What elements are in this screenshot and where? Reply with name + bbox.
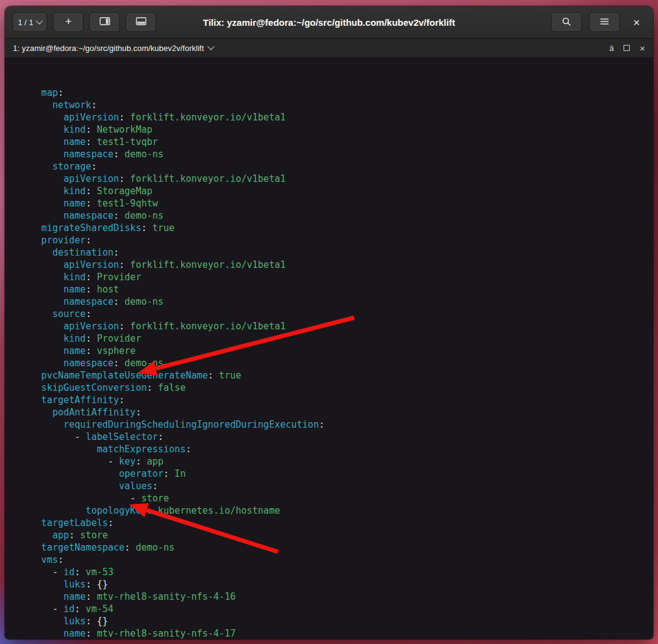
terminal-text-segment: test1-tvqbr (91, 136, 157, 147)
search-icon (561, 17, 571, 28)
terminal-line: apiVersion: forklift.konveyor.io/v1beta1 (19, 259, 653, 271)
terminal-text-segment: targetLabels (19, 517, 108, 528)
terminal-text-segment: provider (19, 235, 85, 246)
terminal-line: luks: {} (19, 578, 653, 591)
terminal-text-segment: demo-ns (119, 358, 164, 369)
terminal-text-segment: source (19, 308, 85, 320)
sync-input-icon[interactable]: ā (609, 44, 614, 52)
terminal-line: map: (19, 87, 653, 99)
terminal-text-segment: name (19, 345, 85, 356)
titlebar: Tilix: yzamir@fedora:~/go/src/github.com… (5, 6, 653, 39)
terminal-text-segment: kind (19, 124, 85, 135)
terminal-text-segment: : (319, 419, 325, 430)
terminal-text-segment: Provider (91, 272, 141, 283)
menu-button[interactable] (589, 12, 620, 32)
terminal-text-segment: - (19, 493, 141, 504)
terminal-text-segment: : (153, 481, 158, 492)
terminal-text-segment: forklift.konveyor.io/v1beta1 (125, 173, 286, 184)
terminal-text-segment: id (63, 567, 74, 578)
terminal-text-segment: : (147, 382, 153, 393)
chevron-down-icon (36, 17, 43, 24)
terminal-line: apiVersion: forklift.konveyor.io/v1beta1 (19, 173, 653, 185)
terminal-text-segment: requiredDuringSchedulingIgnoredDuringExe… (19, 419, 319, 430)
terminal-line: provider: (19, 234, 653, 246)
terminal-line: destination: (19, 246, 653, 259)
terminal-text-segment: : (119, 259, 125, 270)
terminal-text-segment: : (69, 530, 74, 541)
terminal-text-segment: forklift.konveyor.io/v1beta1 (125, 321, 286, 332)
terminal-title-dropdown[interactable]: 1: yzamir@fedora:~/go/src/github.com/kub… (13, 44, 213, 53)
terminal-line: - id: vm-54 (19, 603, 653, 615)
terminal-text-segment: name (19, 136, 85, 147)
terminal-text-segment: apiVersion (19, 112, 119, 123)
terminal-text-segment: demo-ns (130, 542, 175, 553)
terminal-text-segment: kind (19, 186, 85, 197)
terminal-line: vms: (19, 554, 653, 566)
terminal-text-segment: : (85, 235, 91, 246)
terminal-text-segment: namespace (19, 210, 114, 221)
terminal-controls: ā × (609, 44, 645, 53)
terminal-line: topologyKey: kubernetes.io/hostname (19, 505, 653, 517)
terminal-line: podAntiAffinity: (19, 406, 653, 418)
terminal-line: name: mtv-rhel8-sanity-nfs-4-17 (19, 627, 653, 639)
terminal-text-segment: values (19, 481, 153, 492)
session-pager-dropdown[interactable]: 1 / 1 (12, 12, 47, 32)
terminal-line: kind: StorageMap (19, 185, 653, 197)
terminal-text-segment: storage (19, 161, 91, 172)
session-tabbar: 1: yzamir@fedora:~/go/src/github.com/kub… (5, 39, 653, 58)
terminal-text-segment: migrateSharedDisks (19, 222, 141, 234)
terminal-text-segment: : (158, 431, 164, 442)
terminal-text-segment: name (19, 628, 85, 639)
terminal-text-segment: In (169, 468, 186, 479)
new-terminal-down-button[interactable] (125, 12, 156, 32)
terminal-line: migrateSharedDisks: true (19, 222, 653, 234)
terminal-text-segment: app (19, 530, 69, 541)
split-right-icon (100, 17, 110, 27)
terminal-line: namespace: demo-ns (19, 148, 653, 160)
terminal-text-segment: : (208, 370, 213, 381)
terminal-text-segment: {} (91, 579, 108, 590)
terminal-text-segment: : (136, 407, 141, 418)
terminal-text-segment: kind (19, 333, 85, 344)
tilix-window: Tilix: yzamir@fedora:~/go/src/github.com… (5, 6, 653, 639)
terminal-text-segment: demo-ns (119, 210, 164, 221)
terminal-text-segment: test1-9qhtw (91, 198, 157, 209)
terminal-text-segment: : (147, 505, 153, 516)
new-session-button[interactable]: + (53, 12, 84, 32)
terminal-text-segment: apiVersion (19, 173, 119, 184)
maximize-terminal-icon[interactable] (624, 45, 630, 51)
terminal-text-segment: vm-53 (80, 567, 113, 578)
terminal-text-segment: map (19, 87, 58, 98)
terminal-text-segment: demo-ns (119, 149, 164, 160)
terminal-line: values: (19, 480, 653, 492)
terminal-text-segment: id (63, 603, 74, 615)
terminal-text-segment: operator (19, 468, 164, 479)
terminal-text-segment: namespace (19, 296, 114, 307)
terminal-line: - id: vm-53 (19, 566, 653, 578)
terminal[interactable]: map: network: apiVersion: forklift.konve… (5, 58, 653, 639)
terminal-text-segment: : (58, 554, 63, 565)
terminal-text-segment: : (119, 112, 125, 123)
terminal-text-segment: : (114, 247, 119, 258)
terminal-text-segment: destination (19, 247, 114, 258)
terminal-text-segment: : (85, 308, 91, 320)
new-terminal-right-button[interactable] (89, 12, 120, 32)
terminal-line: kind: Provider (19, 271, 653, 283)
terminal-line: apiVersion: forklift.konveyor.io/v1beta1 (19, 320, 653, 332)
close-terminal-icon[interactable]: × (640, 44, 645, 53)
terminal-text-segment: - (19, 431, 85, 442)
terminal-text-segment: : (136, 456, 141, 467)
terminal-text-segment: Provider (91, 333, 141, 344)
terminal-text-segment: network (19, 100, 91, 111)
terminal-text-segment: : (114, 296, 119, 307)
close-window-button[interactable]: × (627, 13, 646, 31)
terminal-line: targetNamespace: demo-ns (19, 541, 653, 554)
terminal-text-segment: : (141, 222, 147, 234)
terminal-text-segment: - (19, 456, 119, 467)
terminal-text-segment: kubernetes.io/hostname (153, 505, 280, 516)
search-button[interactable] (551, 12, 582, 32)
terminal-text-segment: - (19, 567, 63, 578)
terminal-text-segment: false (153, 382, 186, 393)
terminal-text-segment: apiVersion (19, 259, 119, 270)
terminal-text-segment: namespace (19, 149, 114, 160)
